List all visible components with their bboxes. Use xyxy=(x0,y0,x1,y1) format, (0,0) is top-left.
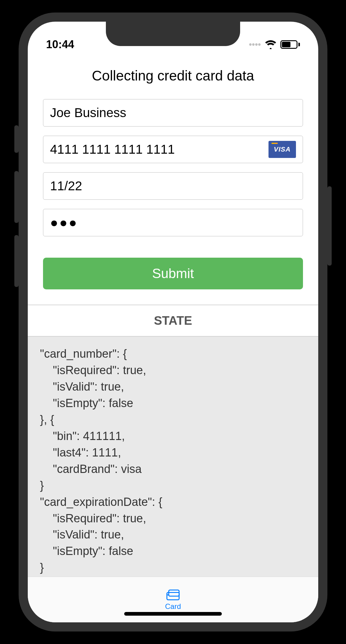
battery-icon xyxy=(280,40,300,49)
card-number-field[interactable]: 4111 1111 1111 1111 VISA xyxy=(43,136,303,163)
submit-label: Submit xyxy=(152,266,194,281)
cardholder-name-field[interactable]: Joe Business xyxy=(43,99,303,127)
home-indicator[interactable] xyxy=(124,612,222,616)
visa-badge-icon: VISA xyxy=(269,141,296,158)
state-heading: STATE xyxy=(28,305,318,337)
cvc-value: ●●● xyxy=(50,216,296,229)
notch xyxy=(106,22,240,46)
volume-down-button xyxy=(14,235,19,287)
phone-frame: 10:44 •••• Collecting credit card data J… xyxy=(19,13,327,631)
volume-up-button xyxy=(14,171,19,223)
mute-switch xyxy=(14,125,19,153)
screen: 10:44 •••• Collecting credit card data J… xyxy=(28,22,318,622)
power-button xyxy=(327,186,332,266)
expiry-field[interactable]: 11/22 xyxy=(43,172,303,200)
cellular-dots-icon: •••• xyxy=(249,40,261,49)
state-body: "card_number": { "isRequired": true, "is… xyxy=(28,337,318,577)
tab-card[interactable]: Card xyxy=(165,589,181,611)
tab-card-label: Card xyxy=(165,602,181,611)
status-right: •••• xyxy=(249,40,300,49)
cardholder-name-value: Joe Business xyxy=(50,106,296,120)
card-icon xyxy=(165,589,181,601)
status-time: 10:44 xyxy=(46,38,74,51)
page-title: Collecting credit card data xyxy=(28,55,318,99)
card-form: Joe Business 4111 1111 1111 1111 VISA 11… xyxy=(28,99,318,245)
svg-rect-2 xyxy=(169,590,179,596)
submit-button[interactable]: Submit xyxy=(43,258,303,289)
expiry-value: 11/22 xyxy=(50,179,296,193)
wifi-icon xyxy=(265,40,277,49)
card-number-value: 4111 1111 1111 1111 xyxy=(50,142,269,157)
cvc-field[interactable]: ●●● xyxy=(43,209,303,236)
